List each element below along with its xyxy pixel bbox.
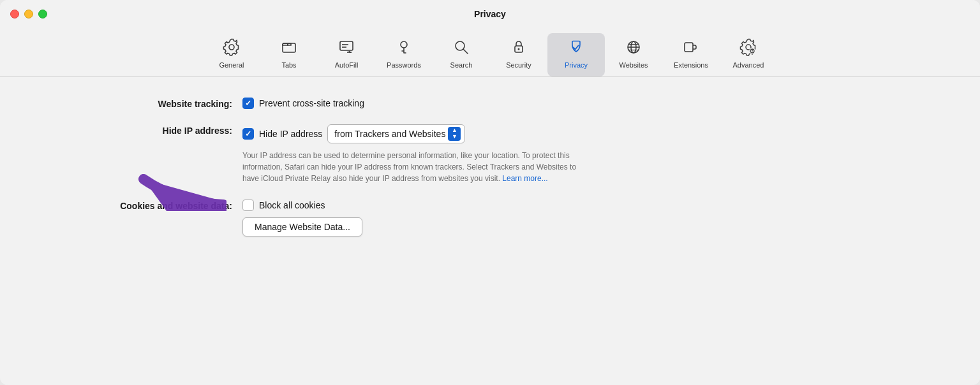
tab-websites[interactable]: Websites xyxy=(605,33,662,76)
tab-advanced-label: Advanced xyxy=(733,61,764,69)
tab-search[interactable]: Search xyxy=(433,33,490,76)
advanced-icon xyxy=(739,38,757,59)
tab-security-label: Security xyxy=(506,61,531,69)
gear-icon xyxy=(223,38,241,59)
tab-general[interactable]: General xyxy=(203,33,260,76)
hide-ip-dropdown[interactable]: from Trackers and Websites ▲ ▼ xyxy=(327,124,465,143)
manage-website-data-button[interactable]: Manage Website Data... xyxy=(242,217,362,236)
hide-ip-checkbox-label: Hide IP address xyxy=(259,129,322,139)
svg-point-5 xyxy=(401,41,407,48)
search-icon xyxy=(452,38,470,59)
svg-rect-1 xyxy=(340,41,353,50)
title-bar: Privacy xyxy=(0,0,980,28)
hide-ip-description: Your IP address can be used to determine… xyxy=(242,150,587,184)
block-all-cookies-checkbox[interactable] xyxy=(242,200,254,211)
hide-ip-row: Hide IP address: ✓ Hide IP address from … xyxy=(26,124,954,184)
tab-privacy[interactable]: Privacy xyxy=(547,33,605,76)
hide-ip-checkbox[interactable]: ✓ xyxy=(242,128,254,140)
svg-point-9 xyxy=(518,48,520,50)
tab-passwords-label: Passwords xyxy=(387,61,421,69)
tab-advanced[interactable]: Advanced xyxy=(720,33,777,76)
websites-icon xyxy=(625,38,642,59)
prevent-cross-site-tracking-wrapper: ✓ Prevent cross-site tracking xyxy=(242,98,364,109)
extensions-icon xyxy=(682,38,700,59)
tab-general-label: General xyxy=(219,61,244,69)
prevent-cross-site-tracking-checkbox[interactable]: ✓ xyxy=(242,98,254,109)
window: Privacy General Tabs xyxy=(0,0,980,385)
maximize-button[interactable] xyxy=(38,10,47,18)
window-title: Privacy xyxy=(474,9,506,19)
learn-more-link[interactable]: Learn more... xyxy=(502,174,547,183)
tab-autofill-label: AutoFill xyxy=(335,61,359,69)
website-tracking-row: Website tracking: ✓ Prevent cross-site t… xyxy=(26,98,954,109)
tabs-icon xyxy=(280,38,298,59)
tab-search-label: Search xyxy=(450,61,473,69)
hide-ip-label: Hide IP address: xyxy=(26,124,242,136)
tab-tabs[interactable]: Tabs xyxy=(260,33,318,76)
svg-line-7 xyxy=(464,50,468,54)
cookies-label: Cookies and website data: xyxy=(26,200,242,211)
privacy-icon xyxy=(567,38,585,59)
svg-point-6 xyxy=(456,41,464,50)
dropdown-arrows-icon: ▲ ▼ xyxy=(448,127,461,141)
tab-autofill[interactable]: AutoFill xyxy=(318,33,375,76)
checkbox-checkmark-ip: ✓ xyxy=(245,130,251,138)
cookies-content: Block all cookies xyxy=(242,200,325,211)
svg-rect-0 xyxy=(283,43,295,52)
tab-extensions[interactable]: Extensions xyxy=(662,33,720,76)
passwords-icon xyxy=(395,38,413,59)
tab-passwords[interactable]: Passwords xyxy=(375,33,433,76)
svg-rect-15 xyxy=(685,43,693,52)
hide-ip-content: ✓ Hide IP address from Trackers and Webs… xyxy=(242,124,954,184)
checkbox-checkmark: ✓ xyxy=(245,99,251,107)
close-button[interactable] xyxy=(10,10,19,18)
minimize-button[interactable] xyxy=(24,10,33,18)
autofill-icon xyxy=(338,38,355,59)
block-all-cookies-wrapper: Block all cookies xyxy=(242,200,325,211)
tab-security[interactable]: Security xyxy=(490,33,547,76)
svg-point-4 xyxy=(350,52,352,53)
security-icon xyxy=(510,38,528,59)
block-all-cookies-label: Block all cookies xyxy=(259,200,325,210)
traffic-lights xyxy=(10,10,47,18)
website-tracking-label: Website tracking: xyxy=(26,98,242,109)
website-tracking-content: ✓ Prevent cross-site tracking xyxy=(242,98,954,109)
cookies-row: Cookies and website data: Block all cook… xyxy=(26,200,954,236)
prevent-cross-site-tracking-label: Prevent cross-site tracking xyxy=(259,98,364,108)
content-area: Website tracking: ✓ Prevent cross-site t… xyxy=(0,77,980,385)
tab-websites-label: Websites xyxy=(619,61,648,69)
tab-extensions-label: Extensions xyxy=(674,61,708,69)
hide-ip-dropdown-value: from Trackers and Websites xyxy=(334,129,445,139)
tab-privacy-label: Privacy xyxy=(565,61,588,69)
toolbar: General Tabs xyxy=(0,28,980,77)
tab-tabs-label: Tabs xyxy=(281,61,296,69)
